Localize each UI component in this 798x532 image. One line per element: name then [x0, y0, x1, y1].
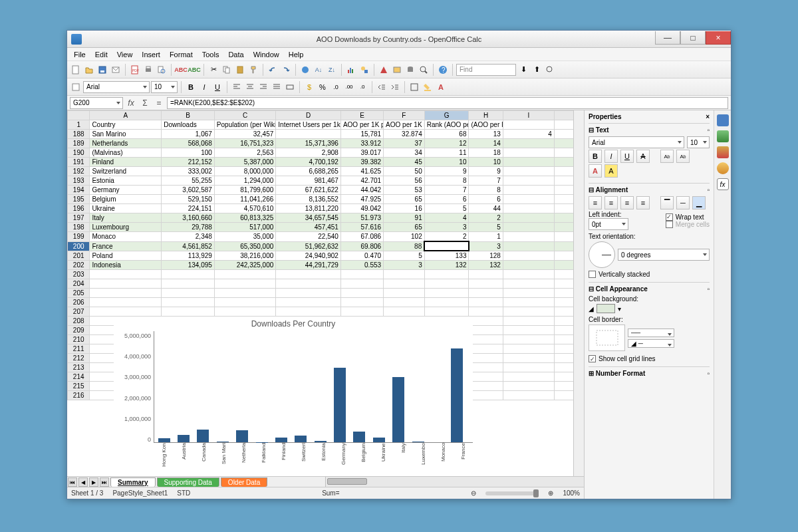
bold-button[interactable]: B [185, 81, 197, 93]
column-header[interactable]: F [384, 111, 425, 120]
props-align-justify[interactable]: ≡ [636, 196, 650, 209]
sort-desc-icon[interactable]: Z↓ [326, 64, 338, 76]
underline-button[interactable]: U [211, 81, 223, 93]
standard-format-icon[interactable]: .0 [330, 81, 342, 93]
find-all-icon[interactable] [544, 64, 556, 76]
row-header[interactable]: 196 [68, 204, 90, 213]
new-icon[interactable] [70, 64, 82, 76]
zoom-in-icon[interactable]: ⊕ [548, 489, 553, 497]
email-icon[interactable] [110, 64, 122, 76]
font-size-selector[interactable]: 10 [151, 81, 178, 93]
props-underline[interactable]: U [620, 150, 634, 163]
open-icon[interactable] [83, 64, 95, 76]
auto-spellcheck-icon[interactable]: ABC [188, 64, 200, 76]
spreadsheet-grid[interactable]: ABCDEFGHIJ1CountryDownloadsPopulation (p… [67, 110, 573, 476]
column-header[interactable]: G [424, 111, 469, 120]
props-strike[interactable]: A [636, 150, 650, 163]
section-menu-icon[interactable]: ▫ [707, 126, 710, 134]
data-sources-icon[interactable] [404, 64, 416, 76]
show-draw-icon[interactable] [358, 64, 370, 76]
props-align-center[interactable]: ≡ [604, 196, 618, 209]
print-preview-icon[interactable] [156, 64, 168, 76]
row-header[interactable]: 190 [68, 148, 90, 158]
sort-asc-icon[interactable]: A↓ [313, 64, 325, 76]
props-align-left[interactable]: ≡ [589, 196, 602, 209]
sidebar-properties-icon[interactable] [717, 114, 729, 126]
props-indent[interactable]: 0pt [589, 218, 628, 230]
merge-checkbox[interactable] [666, 221, 673, 228]
row-header[interactable]: 194 [68, 186, 90, 195]
properties-close-icon[interactable]: × [706, 113, 710, 120]
align-right-icon[interactable] [257, 81, 269, 93]
row-header[interactable]: 200 [68, 241, 90, 251]
orientation-dial[interactable] [589, 241, 615, 268]
equals-icon[interactable]: = [153, 97, 165, 109]
sidebar-navigator-icon[interactable] [717, 162, 729, 174]
menu-format[interactable]: Format [166, 49, 197, 60]
menu-insert[interactable]: Insert [138, 49, 164, 60]
props-sub[interactable]: Ab [676, 150, 690, 163]
row-header[interactable]: 193 [68, 176, 90, 186]
bg-color-swatch[interactable] [597, 304, 615, 313]
border-color[interactable]: ◢ ─ [628, 339, 674, 348]
hyperlink-icon[interactable] [299, 64, 311, 76]
maximize-button[interactable]: □ [680, 31, 706, 45]
align-left-icon[interactable] [231, 81, 243, 93]
find-prev-icon[interactable]: ⬆ [531, 64, 543, 76]
sum-icon[interactable]: Σ [139, 97, 151, 109]
tab-last-icon[interactable]: ⏭ [100, 477, 109, 487]
props-valign-bot[interactable]: ▁ [692, 196, 706, 209]
add-decimal-icon[interactable]: .00 [343, 81, 355, 93]
find-next-icon[interactable]: ⬇ [517, 64, 529, 76]
sidebar-gallery-icon[interactable] [717, 146, 729, 158]
percent-icon[interactable]: % [317, 81, 329, 93]
zoom-out-icon[interactable]: ⊖ [471, 489, 476, 497]
merge-cells-icon[interactable] [284, 81, 296, 93]
export-pdf-icon[interactable]: PDF [129, 64, 141, 76]
column-header[interactable]: J [554, 111, 573, 120]
help-icon[interactable]: ? [437, 64, 449, 76]
tab-prev-icon[interactable]: ◀ [78, 477, 88, 487]
column-header[interactable]: I [503, 111, 554, 120]
embedded-chart[interactable]: Downloads Per Country 5,000,0004,000,000… [114, 317, 473, 476]
menu-file[interactable]: File [70, 49, 90, 60]
column-header[interactable]: B [162, 111, 215, 120]
row-header[interactable]: 192 [68, 167, 90, 176]
gallery-icon[interactable] [391, 64, 403, 76]
column-header[interactable]: H [469, 111, 503, 120]
props-valign-top[interactable]: ▔ [660, 196, 674, 209]
menu-tools[interactable]: Tools [198, 49, 223, 60]
sidebar-styles-icon[interactable] [717, 130, 729, 142]
decrease-indent-icon[interactable] [376, 81, 388, 93]
row-header[interactable]: 197 [68, 213, 90, 223]
section-menu-icon[interactable]: ▫ [707, 186, 710, 194]
props-super[interactable]: Ab [660, 150, 674, 163]
zoom-slider[interactable] [485, 491, 539, 495]
vertical-scrollbar[interactable] [573, 110, 584, 476]
bucket-icon[interactable]: ◢ [589, 305, 594, 313]
border-preview[interactable] [589, 325, 625, 351]
sidebar-functions-icon[interactable]: fx [717, 178, 729, 190]
italic-button[interactable]: I [198, 81, 210, 93]
menu-view[interactable]: View [113, 49, 137, 60]
row-header[interactable]: 201 [68, 251, 90, 261]
column-header[interactable]: E [340, 111, 383, 120]
format-paintbrush-icon[interactable] [247, 64, 259, 76]
menu-edit[interactable]: Edit [91, 49, 112, 60]
menu-data[interactable]: Data [224, 49, 247, 60]
menu-help[interactable]: Help [285, 49, 308, 60]
redo-icon[interactable] [280, 64, 292, 76]
vstack-checkbox[interactable] [589, 271, 596, 278]
font-selector[interactable]: Arial [83, 81, 150, 93]
selected-cell[interactable] [424, 241, 469, 251]
tab-summary[interactable]: Summary [110, 477, 156, 487]
close-button[interactable]: × [706, 31, 731, 45]
navigator-icon[interactable] [378, 64, 390, 76]
find-input[interactable]: Find [456, 64, 516, 76]
styles-icon[interactable] [70, 81, 82, 93]
increase-indent-icon[interactable] [389, 81, 401, 93]
row-header[interactable]: 191 [68, 158, 90, 167]
minimize-button[interactable]: — [655, 31, 680, 45]
props-font[interactable]: Arial [589, 136, 684, 148]
horizontal-scrollbar[interactable] [325, 477, 584, 487]
